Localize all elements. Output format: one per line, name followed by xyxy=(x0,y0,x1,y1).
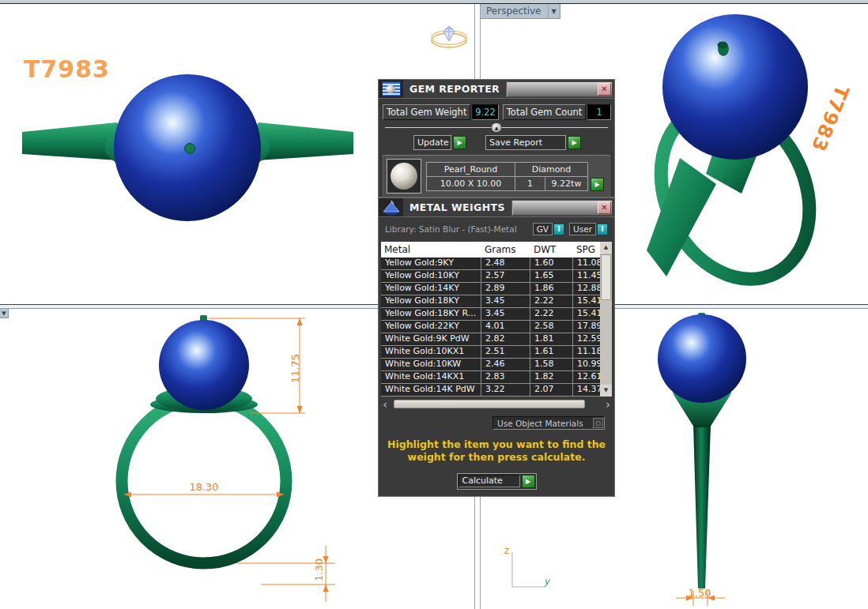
gem-thumbnail xyxy=(387,159,421,194)
gem-reporter-titlebar[interactable]: GEM REPORTER ✕ xyxy=(379,80,614,99)
gem-count-cell: 1 xyxy=(515,177,545,191)
gem-cut-cell: Diamond xyxy=(515,163,588,177)
metal-name-cell: Yellow Gold:10KY xyxy=(381,270,481,282)
ring-diamond-icon xyxy=(428,24,470,51)
dimension-height: 11.75 xyxy=(289,351,301,386)
pearl-image xyxy=(391,163,417,190)
metal-value-cell: 1.82 xyxy=(530,371,573,383)
dimension-band-width: 1.50 xyxy=(681,587,718,599)
table-row[interactable]: White Gold:14KX12.831.8212.61 xyxy=(381,371,600,384)
metal-weights-icon xyxy=(379,198,403,216)
user-indicator-icon[interactable]: I xyxy=(597,224,608,235)
column-header-spg: SPG xyxy=(573,244,600,255)
gem-weight-cell: 9.22tw xyxy=(545,177,588,191)
save-report-go-icon[interactable]: ▶ xyxy=(568,136,581,149)
gem-go-icon[interactable]: ▶ xyxy=(591,178,604,191)
gv-control[interactable]: GV I xyxy=(533,223,564,235)
horizontal-scrollbar[interactable]: ‹ › xyxy=(381,399,612,409)
column-header-grams: Grams xyxy=(481,244,530,255)
gem-list-section: Pearl_Round Diamond 10.00 X 10.00 1 9.22… xyxy=(383,155,610,197)
close-icon[interactable]: ✕ xyxy=(598,201,611,214)
collapse-arrow-icon[interactable]: ▲ xyxy=(491,122,502,133)
metal-value-cell: 14.37 xyxy=(573,384,600,396)
close-icon[interactable]: ✕ xyxy=(598,83,611,96)
gem-size-cell: 10.00 X 10.00 xyxy=(427,177,515,191)
metal-name-cell: Yellow Gold:22KY xyxy=(381,321,481,333)
application-window: Perspective ▼ ▼ xyxy=(0,0,868,609)
panel-title: METAL WEIGHTS xyxy=(403,201,511,213)
table-row[interactable]: White Gold:10KX12.511.6111.18 xyxy=(381,346,600,359)
use-object-materials-label: Use Object Materials xyxy=(493,419,593,428)
metal-name-cell: White Gold:10KW xyxy=(381,359,481,370)
dimension-band-thickness: 1.30 xyxy=(313,556,325,585)
table-row[interactable]: Yellow Gold:10KY2.571.6511.45 xyxy=(381,270,600,283)
table-row[interactable]: White Gold:14K PdW3.222.0714.37 xyxy=(381,384,600,397)
library-label: Library: Satin Blur - (Fast)-Metal xyxy=(385,224,533,234)
hscroll-track[interactable] xyxy=(391,400,602,408)
gv-button[interactable]: GV xyxy=(533,223,553,235)
axis-z-label: z xyxy=(504,545,509,556)
titlebar-grip[interactable]: ✕ xyxy=(511,200,613,216)
gem-name-cell: Pearl_Round xyxy=(427,163,515,177)
gv-indicator-icon[interactable]: I xyxy=(553,224,564,235)
radio-icon[interactable]: ○ xyxy=(593,418,603,428)
table-row[interactable]: Yellow Gold:18KY R...3.452.2215.41 xyxy=(381,308,600,321)
save-report-button[interactable]: Save Report xyxy=(485,135,566,150)
table-row[interactable]: Yellow Gold:14KY2.891.8612.88 xyxy=(381,283,600,295)
scrollbar-thumb[interactable] xyxy=(601,254,611,300)
metal-value-cell: 12.61 xyxy=(573,371,600,383)
metal-value-cell: 2.22 xyxy=(530,308,573,320)
titlebar-grip[interactable]: ✕ xyxy=(506,81,613,97)
use-object-materials-row: Use Object Materials ○ xyxy=(379,416,605,430)
metal-value-cell: 2.48 xyxy=(481,258,530,269)
hscrollbar-thumb[interactable] xyxy=(394,400,585,408)
total-gem-count-value: 1 xyxy=(587,104,611,120)
gem-reporter-panel: GEM REPORTER ✕ Total Gem Weight 9.22 Tot… xyxy=(378,79,615,197)
table-row[interactable]: White Gold:9K PdW2.821.8112.59 xyxy=(381,333,600,346)
update-button[interactable]: Update xyxy=(413,135,451,150)
calculate-control[interactable]: Calculate ▶ xyxy=(457,473,537,490)
top-strip xyxy=(0,0,868,4)
metal-value-cell: 2.89 xyxy=(481,283,530,295)
metal-name-cell: White Gold:9K PdW xyxy=(381,333,481,345)
table-row[interactable]: Yellow Gold:9KY2.481.6011.08 xyxy=(381,258,600,270)
total-gem-weight-label: Total Gem Weight xyxy=(383,104,470,120)
metal-value-cell: 10.99 xyxy=(573,359,600,370)
chevron-down-icon[interactable]: ▼ xyxy=(548,4,560,18)
metal-weights-titlebar[interactable]: METAL WEIGHTS ✕ xyxy=(379,198,614,217)
table-row[interactable]: Yellow Gold:18KY3.452.2215.41 xyxy=(381,295,600,308)
calculate-button[interactable]: Calculate xyxy=(459,475,520,487)
metal-value-cell: 3.45 xyxy=(481,308,530,320)
metal-name-cell: White Gold:14KX1 xyxy=(381,371,481,383)
vertical-scrollbar[interactable]: ▲ ▼ xyxy=(600,242,612,397)
gem-buttons-row: Update ▶ Save Report ▶ xyxy=(413,135,614,150)
metal-value-cell: 11.18 xyxy=(573,346,600,358)
total-gem-count-label: Total Gem Count xyxy=(503,104,587,120)
user-control[interactable]: User I xyxy=(569,223,608,235)
metal-value-cell: 2.22 xyxy=(530,295,573,307)
scroll-up-icon[interactable]: ▲ xyxy=(600,242,612,254)
metal-value-cell: 2.82 xyxy=(481,333,530,345)
metal-table-rows: Yellow Gold:9KY2.481.6011.08Yellow Gold:… xyxy=(381,258,600,397)
scroll-down-icon[interactable]: ▼ xyxy=(600,385,612,397)
scroll-right-icon[interactable]: › xyxy=(604,400,612,408)
table-row[interactable]: White Gold:10KW2.461.5810.99 xyxy=(381,359,600,371)
calculate-go-icon[interactable]: ▶ xyxy=(522,475,535,488)
metal-value-cell: 15.41 xyxy=(573,295,600,307)
metal-value-cell: 1.61 xyxy=(530,346,573,358)
library-row: Library: Satin Blur - (Fast)-Metal GV I … xyxy=(385,223,608,235)
update-go-icon[interactable]: ▶ xyxy=(453,136,466,149)
viewport-menu-arrow[interactable]: ▼ xyxy=(0,309,9,318)
gem-row-table[interactable]: Pearl_Round Diamond 10.00 X 10.00 1 9.22… xyxy=(426,162,588,191)
table-row[interactable]: Yellow Gold:22KY4.012.5817.89 xyxy=(381,321,600,333)
metal-value-cell: 11.08 xyxy=(573,258,600,269)
axis-y-label: y xyxy=(544,576,549,587)
user-button[interactable]: User xyxy=(569,223,596,235)
metal-value-cell: 2.46 xyxy=(481,359,530,370)
column-header-dwt: DWT xyxy=(530,244,573,255)
use-object-materials-dropdown[interactable]: Use Object Materials ○ xyxy=(492,416,605,430)
scroll-left-icon[interactable]: ‹ xyxy=(381,400,389,408)
metal-value-cell: 2.58 xyxy=(530,321,573,333)
table-header: Metal Grams DWT SPG xyxy=(381,242,600,258)
perspective-viewport-title[interactable]: Perspective ▼ xyxy=(481,4,560,19)
